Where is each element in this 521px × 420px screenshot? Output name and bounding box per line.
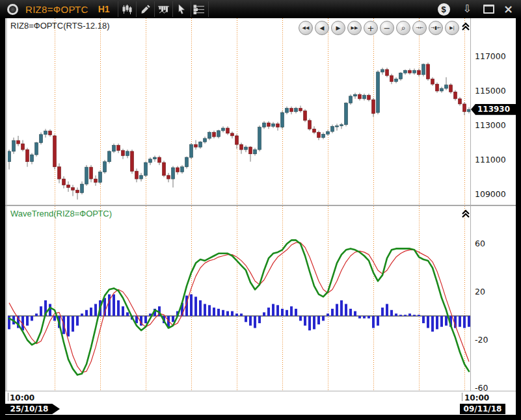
price-axis[interactable]: 117000115000113000111000109000113930 bbox=[470, 18, 516, 205]
scroll-right-button[interactable]: ▶ bbox=[331, 21, 345, 35]
left-edge-strip bbox=[5, 206, 7, 391]
chart-type-icon bbox=[122, 4, 133, 15]
price-axis-label: 115000 bbox=[475, 86, 506, 96]
price-axis-label: 111000 bbox=[475, 155, 506, 164]
zoom-out-button[interactable]: − bbox=[380, 21, 394, 35]
end-time-label: 10:00 bbox=[464, 393, 489, 402]
price-panel-label: RIZ8=ФОРТС(RTS-12.18) bbox=[10, 21, 109, 31]
zoom-in-button[interactable]: + bbox=[364, 21, 378, 35]
draw-icon bbox=[140, 4, 151, 15]
indicator-icon bbox=[157, 4, 170, 15]
collapse-up-icon bbox=[461, 21, 471, 32]
wavetrend-axis-label: -20 bbox=[475, 335, 488, 345]
wavetrend-panel-label: WaveTrend(RIZ8=ФОРТС) bbox=[10, 209, 112, 218]
price-axis-label: 117000 bbox=[475, 51, 506, 61]
left-edge-strip bbox=[5, 18, 7, 205]
go-to-end-button[interactable]: ▶| bbox=[445, 21, 459, 35]
wavetrend-panel: WaveTrend(RIZ8=ФОРТС) 6020-20-60 bbox=[5, 206, 516, 391]
draw-button[interactable] bbox=[136, 1, 154, 17]
dollar-button[interactable]: $ bbox=[438, 3, 450, 16]
price-panel: RIZ8=ФОРТС(RTS-12.18) ◀◀◀▶▶▶+−⌕→←→▮←▶| 1… bbox=[5, 18, 516, 205]
collapse-up-icon bbox=[461, 209, 471, 219]
wavetrend-axis-label: 60 bbox=[475, 239, 485, 248]
current-price-tag: 113930 bbox=[471, 104, 516, 115]
titlebar-right-controls: $⇩× bbox=[438, 3, 521, 16]
time-tick bbox=[462, 393, 462, 401]
indicator-button[interactable] bbox=[154, 1, 172, 17]
scroll-fast-left-button[interactable]: ◀◀ bbox=[299, 21, 313, 35]
wavetrend-axis-label: 20 bbox=[475, 287, 485, 296]
timeframe-label: H1 bbox=[98, 4, 110, 14]
chart-window: RIZ8=ФОРТС H1 $⇩× RIZ8=ФОРТС(RTS-12.18) … bbox=[0, 0, 521, 420]
candlestick-plot[interactable] bbox=[8, 18, 470, 207]
chart-type-button[interactable] bbox=[118, 1, 136, 17]
time-axis[interactable]: 10:00 25/10/18 10:00 09/11/18 bbox=[5, 391, 516, 415]
restore-button[interactable] bbox=[483, 5, 494, 14]
app-logo-icon bbox=[7, 4, 18, 15]
start-time-label: 10:00 bbox=[10, 393, 34, 402]
wavetrend-axis[interactable]: 6020-20-60 bbox=[470, 206, 516, 391]
start-date-tag: 25/10/18 bbox=[5, 404, 60, 414]
cursor-icon bbox=[176, 4, 187, 15]
download-button[interactable]: ⇩ bbox=[463, 4, 472, 14]
scroll-left-button[interactable]: ◀ bbox=[315, 21, 329, 35]
titlebar[interactable]: RIZ8=ФОРТС H1 $⇩× bbox=[0, 0, 521, 18]
price-axis-label: 109000 bbox=[475, 189, 506, 199]
zoom-select-button[interactable]: ⌕ bbox=[396, 21, 410, 35]
scroll-fast-right-button[interactable]: ▶▶ bbox=[347, 21, 362, 35]
end-date-tag: 09/11/18 bbox=[460, 404, 505, 414]
chart-toolbar bbox=[118, 1, 209, 17]
chart-body: RIZ8=ФОРТС(RTS-12.18) ◀◀◀▶▶▶+−⌕→←→▮←▶| 1… bbox=[5, 18, 516, 415]
time-tick bbox=[8, 393, 8, 401]
levels-button[interactable] bbox=[191, 1, 209, 17]
cursor-button[interactable] bbox=[172, 1, 191, 17]
wavetrend-plot[interactable] bbox=[8, 206, 470, 393]
price-axis-label: 113000 bbox=[475, 120, 506, 130]
instrument-title: RIZ8=ФОРТС bbox=[25, 4, 88, 15]
levels-icon bbox=[193, 4, 206, 15]
chart-nav-buttons: ◀◀◀▶▶▶+−⌕→←→▮←▶| bbox=[299, 21, 459, 35]
restore-window-icon bbox=[483, 5, 494, 14]
close-button[interactable]: × bbox=[503, 3, 513, 15]
compress-candles-button[interactable]: →▮← bbox=[429, 21, 443, 35]
compress-scale-button[interactable]: →← bbox=[412, 21, 427, 35]
